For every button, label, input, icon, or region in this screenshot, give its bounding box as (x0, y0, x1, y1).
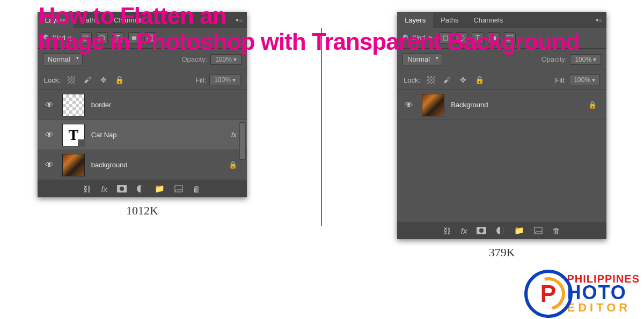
group-icon[interactable]: 📁 (155, 184, 165, 194)
lock-label: Lock: (404, 76, 420, 84)
title-line-2: Image in Photoshop with Transparent Back… (39, 29, 580, 55)
lock-label: Lock: (44, 76, 61, 84)
svg-rect-15 (427, 76, 435, 84)
fill-label: Fill: (195, 76, 206, 84)
layer-thumbnail[interactable] (422, 94, 444, 116)
lock-pixels-icon[interactable]: 🖌 (82, 75, 93, 85)
layer-thumbnail[interactable]: T (62, 124, 85, 146)
opacity-label: Opacity: (541, 55, 567, 63)
overlay-title: How to Flatten an Image in Photoshop wit… (39, 3, 580, 55)
file-size-label: 379K (489, 246, 515, 259)
layer-row[interactable]: 👁 background 🔒 (38, 150, 247, 180)
logo-ring-icon: P (524, 270, 573, 318)
layer-name[interactable]: Background (451, 101, 588, 109)
opacity-label: Opacity: (181, 55, 207, 63)
layer-mask-icon[interactable] (477, 227, 486, 234)
layer-thumbnail[interactable] (62, 94, 85, 116)
lock-transparency-icon[interactable] (426, 75, 436, 85)
layers-list: 👁 border 👁 T Cat Nap fx ▾ 👁 background 🔒 (38, 90, 247, 180)
fill-label: Fill: (555, 76, 566, 84)
fill-input[interactable]: 100%▾ (569, 75, 600, 85)
fill-input[interactable]: 100%▾ (209, 75, 240, 85)
svg-rect-19 (535, 227, 542, 234)
layer-name[interactable]: Cat Nap (91, 131, 231, 139)
new-layer-icon[interactable] (534, 227, 543, 234)
lock-icon: 🔒 (229, 161, 237, 169)
visibility-toggle-icon[interactable]: 👁 (402, 100, 415, 110)
layer-row[interactable]: 👁 border (38, 90, 247, 120)
scrollbar-thumb[interactable] (239, 122, 246, 160)
logo-line-2: HOTO (567, 285, 640, 301)
layer-mask-icon[interactable] (117, 185, 127, 192)
opacity-input[interactable]: 100%▾ (210, 54, 241, 65)
visibility-toggle-icon[interactable]: 👁 (43, 130, 56, 140)
panel-flyout-menu[interactable]: ▾≡ (591, 17, 606, 24)
layer-row[interactable]: 👁 T Cat Nap fx ▾ (38, 120, 247, 150)
lock-pixels-icon[interactable]: 🖌 (442, 75, 452, 85)
layer-row[interactable]: 👁 Background 🔒 (397, 90, 606, 120)
link-layers-icon[interactable]: ⛓ (443, 226, 451, 235)
vertical-divider (321, 28, 322, 226)
adjustment-layer-icon[interactable] (496, 226, 504, 235)
delete-layer-icon[interactable]: 🗑 (193, 184, 201, 194)
link-layers-icon[interactable]: ⛓ (83, 184, 91, 194)
chevron-down-icon: ▾ (593, 56, 596, 63)
file-size-label: 1012K (126, 204, 158, 218)
lock-icon: 🔒 (588, 101, 597, 109)
layer-name[interactable]: background (91, 161, 229, 169)
layer-effects-icon[interactable]: fx (101, 184, 107, 194)
fx-badge[interactable]: fx (231, 131, 237, 139)
layers-bottom-toolbar: ⛓ fx 📁 🗑 (397, 222, 606, 239)
opacity-input[interactable]: 100%▾ (570, 54, 601, 65)
lock-position-icon[interactable]: ✥ (458, 75, 469, 85)
brand-logo: P PHILIPPINES HOTO EDITOR (524, 270, 640, 318)
layers-list: 👁 Background 🔒 (397, 90, 606, 222)
lock-all-icon[interactable]: 🔒 (474, 75, 485, 85)
title-line-1: How to Flatten an (39, 3, 580, 29)
svg-rect-10 (175, 186, 182, 192)
chevron-down-icon: ▾ (232, 76, 236, 84)
group-icon[interactable]: 📁 (514, 226, 524, 235)
new-layer-icon[interactable] (174, 185, 183, 192)
chevron-down-icon: ▾ (233, 56, 237, 63)
lock-position-icon[interactable]: ✥ (98, 75, 109, 85)
adjustment-layer-icon[interactable] (136, 184, 145, 193)
layer-thumbnail[interactable] (62, 154, 85, 176)
svg-rect-4 (68, 76, 75, 84)
layer-effects-icon[interactable]: fx (461, 226, 467, 235)
logo-line-3: EDITOR (567, 301, 640, 315)
delete-layer-icon[interactable]: 🗑 (552, 226, 560, 235)
svg-point-8 (120, 187, 124, 191)
lock-transparency-icon[interactable] (66, 75, 77, 85)
svg-point-17 (479, 228, 484, 233)
lock-fill-row: Lock: 🖌 ✥ 🔒 Fill: 100%▾ (397, 70, 606, 90)
visibility-toggle-icon[interactable]: 👁 (43, 160, 56, 170)
visibility-toggle-icon[interactable]: 👁 (43, 100, 56, 110)
layers-bottom-toolbar: ⛓ fx 📁 🗑 (38, 180, 247, 197)
lock-fill-row: Lock: 🖌 ✥ 🔒 Fill: 100%▾ (38, 70, 247, 90)
layer-name[interactable]: border (91, 101, 241, 109)
chevron-down-icon: ▾ (592, 76, 595, 84)
lock-all-icon[interactable]: 🔒 (114, 75, 125, 85)
